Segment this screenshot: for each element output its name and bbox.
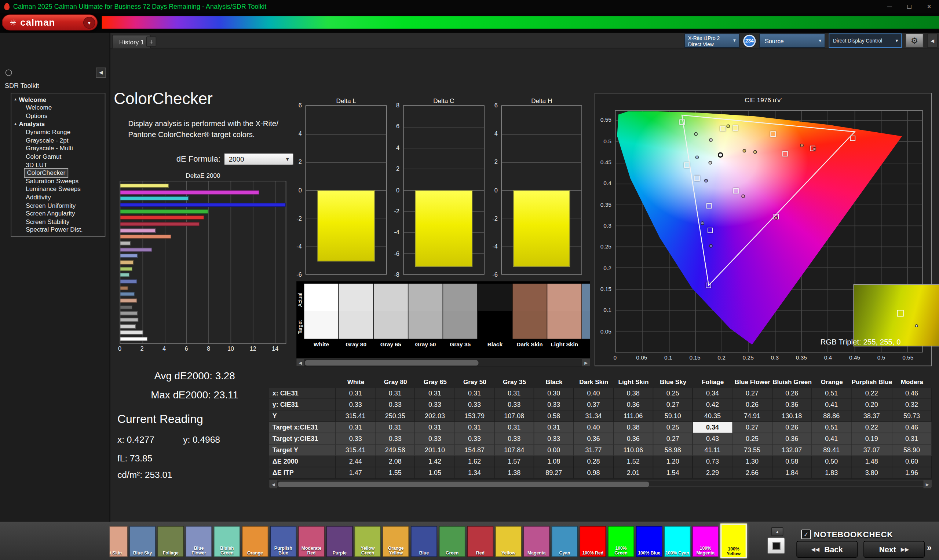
table-cell[interactable]: 59.73 <box>892 411 932 422</box>
maximize-button[interactable]: □ <box>899 0 919 13</box>
table-cell[interactable]: 0.38 <box>614 422 653 433</box>
scroll-right-icon[interactable]: ▶ <box>582 359 590 366</box>
table-cell[interactable]: 0.41 <box>812 399 852 411</box>
table-cell[interactable]: 74.91 <box>732 411 772 422</box>
patch-purplish-blue[interactable]: Purplish Blue <box>270 526 296 557</box>
patch-foliage[interactable]: Foliage <box>157 526 184 557</box>
sidebar-item-screen-angularity[interactable]: Screen Angularity <box>11 210 105 218</box>
patch-cyan[interactable]: Cyan <box>552 526 578 557</box>
settings-button[interactable]: ⚙ <box>906 33 924 48</box>
table-cell[interactable]: 0.26 <box>772 388 812 399</box>
table-cell[interactable]: 0.28 <box>574 456 614 467</box>
table-cell[interactable]: 0.31 <box>336 388 376 399</box>
table-cell[interactable]: 0.43 <box>693 433 732 445</box>
table-cell[interactable]: 0.33 <box>534 433 574 445</box>
patch-moderate-red[interactable]: Moderate Red <box>298 526 325 557</box>
table-cell[interactable]: 0.41 <box>812 433 852 445</box>
table-cell[interactable]: 3.80 <box>852 467 893 478</box>
table-cell[interactable]: 0.36 <box>614 433 653 445</box>
de-formula-select[interactable]: 2000 ▼ <box>224 153 293 165</box>
patch-100-blue[interactable]: 100% Blue <box>636 526 663 557</box>
table-cell[interactable]: 0.31 <box>534 422 574 433</box>
table-cell[interactable]: 0.30 <box>534 388 574 399</box>
table-cell[interactable]: 1.62 <box>455 456 495 467</box>
patch-blue[interactable]: Blue <box>411 526 437 557</box>
table-cell[interactable]: 0.27 <box>732 422 772 433</box>
table-cell[interactable]: 0.50 <box>812 456 852 467</box>
sidebar-item-saturation-sweeps[interactable]: Saturation Sweeps <box>11 177 105 185</box>
sidebar-item-screen-stability[interactable]: Screen Stability <box>11 218 105 226</box>
table-cell[interactable]: 0.33 <box>415 399 455 411</box>
scroll-right-icon[interactable]: ▶ <box>924 480 931 488</box>
sidebar-item-grayscale-2pt[interactable]: Grayscale - 2pt <box>11 136 105 145</box>
sidebar-item-dynamic-range[interactable]: Dynamic Range <box>11 128 105 136</box>
table-cell[interactable]: 0.31 <box>892 433 932 445</box>
back-button[interactable]: ◀◀ Back <box>796 541 857 558</box>
table-cell[interactable]: 0.26 <box>732 399 772 411</box>
table-cell[interactable]: 1.30 <box>732 456 772 467</box>
table-cell[interactable]: 0.38 <box>614 388 653 399</box>
patch-orange[interactable]: Orange <box>242 526 268 557</box>
table-cell[interactable]: 1.52 <box>614 456 653 467</box>
table-cell[interactable]: 315.41 <box>336 411 376 422</box>
table-cell[interactable]: 1.20 <box>653 456 693 467</box>
table-cell[interactable]: 0.42 <box>693 399 732 411</box>
table-cell[interactable]: 201.10 <box>415 445 455 456</box>
table-cell[interactable]: 0.58 <box>772 456 812 467</box>
table-cell[interactable]: 0.26 <box>772 422 812 433</box>
patch-yellow-green[interactable]: Yellow Green <box>355 526 381 557</box>
table-cell[interactable]: 0.25 <box>653 422 693 433</box>
scrollbar-thumb[interactable] <box>305 360 478 366</box>
table-cell[interactable]: 0.19 <box>852 433 893 445</box>
table-cell[interactable]: 249.58 <box>376 445 415 456</box>
sidebar-item-screen-uniformity[interactable]: Screen Uniformity <box>11 201 105 209</box>
patch-orange-yellow[interactable]: Orange Yellow <box>382 526 409 557</box>
table-cell[interactable]: 153.79 <box>455 411 495 422</box>
table-cell[interactable]: 0.34 <box>693 422 732 433</box>
table-cell[interactable]: 0.27 <box>653 399 693 411</box>
table-cell[interactable]: 1.84 <box>772 467 812 478</box>
table-cell[interactable]: 2.66 <box>732 467 772 478</box>
table-cell[interactable]: 1.34 <box>455 467 495 478</box>
table-cell[interactable]: 38.37 <box>852 411 893 422</box>
table-cell[interactable]: 107.08 <box>495 411 534 422</box>
table-cell[interactable]: 58.90 <box>892 445 932 456</box>
table-cell[interactable]: 0.51 <box>812 388 852 399</box>
table-cell[interactable]: 2.44 <box>336 456 376 467</box>
more-button[interactable]: » <box>927 543 932 552</box>
display-control-dropdown[interactable]: Direct Display Control ▼ <box>829 33 902 48</box>
add-tab-button[interactable]: + <box>146 37 156 47</box>
table-cell[interactable]: 1.08 <box>534 456 574 467</box>
table-cell[interactable]: 0.73 <box>693 456 732 467</box>
sidebar-item-welcome[interactable]: Welcome <box>11 103 105 111</box>
table-cell[interactable]: 0.98 <box>574 467 614 478</box>
table-cell[interactable]: 0.27 <box>732 388 772 399</box>
table-cell[interactable]: 0.31 <box>495 422 534 433</box>
table-cell[interactable]: 0.46 <box>892 422 932 433</box>
table-cell[interactable]: 0.31 <box>376 388 415 399</box>
table-cell[interactable]: 1.57 <box>495 456 534 467</box>
table-cell[interactable]: 37.07 <box>852 445 893 456</box>
table-cell[interactable]: 202.03 <box>415 411 455 422</box>
table-cell[interactable]: 0.37 <box>574 399 614 411</box>
table-cell[interactable]: 0.33 <box>455 433 495 445</box>
sidebar-item-additivity[interactable]: Additivity <box>11 193 105 201</box>
table-cell[interactable]: 31.34 <box>574 411 614 422</box>
table-cell[interactable]: 0.58 <box>534 411 574 422</box>
table-cell[interactable]: 0.33 <box>336 399 376 411</box>
minimize-button[interactable]: ─ <box>880 0 899 13</box>
meter-dropdown[interactable]: X-Rite i1Pro 2 Direct View ▼ <box>685 33 740 48</box>
table-cell[interactable]: 40.35 <box>693 411 732 422</box>
sidebar-item-spectral-power-dist[interactable]: Spectral Power Dist. <box>11 226 105 234</box>
patch-100-cyan[interactable]: 100% Cyan <box>664 526 691 557</box>
table-cell[interactable]: 0.27 <box>653 433 693 445</box>
sidebar-group-welcome[interactable]: ▴Welcome <box>11 95 105 104</box>
sidebar-item-colorchecker[interactable]: ColorChecker <box>25 169 68 177</box>
table-cell[interactable]: 0.33 <box>415 433 455 445</box>
sidebar-item-luminance-sweeps[interactable]: Luminance Sweeps <box>11 185 105 193</box>
table-cell[interactable]: 0.33 <box>495 433 534 445</box>
sidebar-group-analysis[interactable]: ▴Analysis <box>11 120 105 128</box>
table-cell[interactable]: 1.83 <box>812 467 852 478</box>
patch-100-magenta[interactable]: 100% Magenta <box>692 526 719 557</box>
table-cell[interactable]: 0.36 <box>772 433 812 445</box>
